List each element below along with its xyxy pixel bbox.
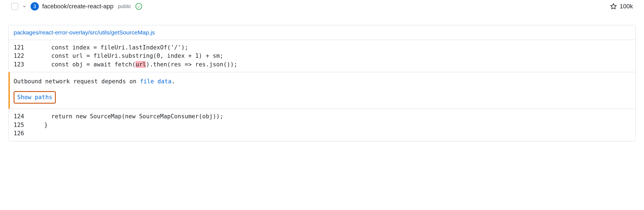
code-line: 122 const url = fileUri.substring(0, ind…	[9, 52, 635, 60]
code-panel: packages/react-error-overlay/src/utils/g…	[8, 25, 636, 141]
code-block-after: 124 return new SourceMap(new SourceMapCo…	[9, 109, 635, 141]
verified-badge	[135, 3, 142, 10]
code-block-before: 121 const index = fileUri.lastIndexOf('/…	[9, 40, 635, 72]
line-number: 125	[14, 121, 30, 129]
chevron-down-icon	[22, 4, 27, 9]
alert-link-file-data[interactable]: file data	[140, 78, 172, 85]
expand-chevron[interactable]	[22, 4, 27, 9]
line-content: return new SourceMap(new SourceMapConsum…	[30, 112, 223, 121]
check-icon	[137, 5, 140, 8]
alert-block: Outbound network request depends on file…	[9, 72, 635, 109]
line-content: }	[30, 121, 48, 129]
code-line: 125 }	[9, 121, 635, 129]
line-number: 123	[14, 60, 30, 69]
select-checkbox[interactable]	[11, 3, 18, 10]
line-number: 122	[14, 52, 30, 60]
alert-text-prefix: Outbound network request depends on	[14, 78, 140, 85]
code-line: 126	[9, 129, 635, 138]
show-paths-button[interactable]: Show paths	[14, 91, 56, 104]
alert-message: Outbound network request depends on file…	[14, 77, 630, 86]
file-path-row: packages/react-error-overlay/src/utils/g…	[9, 25, 635, 40]
star-count: 100k	[620, 3, 633, 10]
code-line: 123 const obj = await fetch(url).then(re…	[9, 60, 635, 69]
code-line: 124 return new SourceMap(new SourceMapCo…	[9, 112, 635, 121]
line-content: const index = fileUri.lastIndexOf('/');	[30, 43, 188, 52]
visibility-label: public	[118, 4, 131, 9]
highlighted-token: url	[135, 61, 146, 68]
alert-text-suffix: .	[172, 78, 175, 85]
header-row: 3 facebook/create-react-app public 100k	[0, 0, 644, 14]
line-number: 121	[14, 43, 30, 52]
count-badge: 3	[31, 2, 39, 11]
code-line: 121 const index = fileUri.lastIndexOf('/…	[9, 43, 635, 52]
line-content: const obj = await fetch(url).then(res =>…	[30, 60, 237, 69]
file-path-link[interactable]: packages/react-error-overlay/src/utils/g…	[14, 29, 155, 36]
line-number: 124	[14, 112, 30, 121]
svg-marker-0	[611, 4, 616, 9]
repo-name-link[interactable]: facebook/create-react-app	[42, 3, 114, 10]
star-button[interactable]: 100k	[610, 3, 633, 10]
line-content: const url = fileUri.substring(0, index +…	[30, 52, 223, 60]
star-icon	[610, 3, 617, 10]
line-number: 126	[14, 129, 30, 138]
